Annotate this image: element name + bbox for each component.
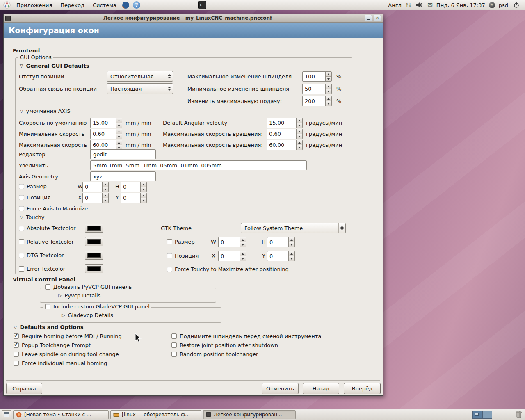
spin-down-button[interactable] [103, 198, 108, 203]
gladevcp-checkbox[interactable] [45, 304, 50, 309]
default-speed-spin[interactable]: 15,00 [90, 118, 122, 128]
axis-size-w-spin[interactable]: 0 [82, 182, 109, 192]
spin-down-button[interactable] [326, 89, 331, 94]
help-button[interactable]: Справка [6, 383, 42, 394]
pyvcp-checkbox[interactable] [45, 284, 50, 290]
axis-defaults-expander[interactable]: ▽ умолчания AXIS [20, 108, 71, 114]
menu-applications[interactable]: Приложения [13, 1, 55, 9]
touchy-position-x-spin[interactable]: 0 [218, 251, 246, 261]
spin-up-button[interactable] [103, 182, 108, 187]
absolute-textcolor-button[interactable] [85, 224, 103, 233]
error-textcolor-button[interactable] [85, 264, 103, 273]
axis-size-h-spin[interactable]: 0 [121, 182, 147, 192]
gladevcp-details-expander[interactable]: ▷ Gladevcp Details [62, 312, 113, 318]
spin-down-button[interactable] [289, 242, 294, 247]
spin-up-button[interactable] [116, 129, 122, 134]
defaults-options-expander[interactable]: ▽ Defaults and Options [14, 324, 84, 330]
spin-up-button[interactable] [141, 193, 146, 198]
clock[interactable]: Пнд, 6 Янв, 17:37 [436, 2, 485, 8]
raise-spindle-checkbox[interactable] [171, 333, 177, 339]
cancel-button[interactable]: Отменить [262, 383, 299, 394]
spindle-min-spin[interactable]: 50 [302, 84, 332, 94]
spin-down-button[interactable] [297, 134, 302, 139]
relative-textcolor-checkbox[interactable] [19, 239, 24, 244]
spin-up-button[interactable] [289, 251, 294, 256]
spin-up-button[interactable] [240, 251, 246, 256]
spin-down-button[interactable] [116, 134, 122, 139]
spin-up-button[interactable] [326, 84, 331, 89]
spin-down-button[interactable] [326, 76, 331, 81]
touchy-position-checkbox[interactable] [167, 253, 172, 258]
spin-down-button[interactable] [141, 198, 146, 203]
force-touchy-maximize-checkbox[interactable] [167, 267, 172, 272]
spin-up-button[interactable] [240, 237, 246, 242]
touchy-size-h-spin[interactable]: 0 [267, 237, 295, 247]
spin-down-button[interactable] [240, 256, 246, 261]
spin-up-button[interactable] [297, 129, 302, 134]
power-icon[interactable] [512, 0, 521, 9]
workspace-2[interactable] [482, 411, 492, 418]
axis-position-y-spin[interactable]: 0 [121, 193, 147, 203]
mail-icon[interactable]: ✉ [427, 1, 433, 9]
keyboard-switch-icon[interactable]: ↑↓ [405, 2, 411, 8]
touchy-expander[interactable]: ▽ Touchy [20, 214, 44, 220]
keyboard-layout-indicator[interactable]: Англ [388, 2, 402, 8]
spin-down-button[interactable] [141, 187, 146, 192]
feed-max-spin[interactable]: 200 [302, 96, 332, 106]
dtg-textcolor-button[interactable] [85, 251, 103, 260]
taskbar-item-pncconf[interactable]: Легкое конфигурирован... [203, 410, 296, 419]
touchy-position-y-spin[interactable]: 0 [267, 251, 295, 261]
increments-entry[interactable]: 5mm 1mm .5mm .1mm .05mm .01mm .005mm [90, 160, 307, 170]
spin-down-button[interactable] [240, 242, 246, 247]
dtg-textcolor-checkbox[interactable] [19, 253, 24, 258]
spindle-max-spin[interactable]: 100 [302, 71, 332, 82]
max-angular-1-spin[interactable]: 0,60 [267, 129, 303, 139]
spin-down-button[interactable] [326, 101, 331, 106]
touchy-size-w-spin[interactable]: 0 [218, 237, 246, 247]
trash-icon[interactable] [514, 410, 523, 419]
volume-icon[interactable] [415, 0, 424, 9]
restore-joint-checkbox[interactable] [171, 342, 177, 348]
spin-down-button[interactable] [289, 256, 294, 261]
absolute-textcolor-checkbox[interactable] [19, 226, 24, 231]
back-button[interactable]: Назад [303, 383, 339, 394]
require-homing-checkbox[interactable] [14, 333, 19, 339]
axis-geometry-entry[interactable]: xyz [90, 171, 156, 181]
axis-position-x-spin[interactable]: 0 [82, 193, 109, 203]
spin-up-button[interactable] [297, 140, 302, 145]
axis-size-checkbox[interactable] [19, 184, 24, 189]
force-individual-homing-checkbox[interactable] [14, 361, 19, 366]
spin-up-button[interactable] [326, 96, 331, 101]
spin-up-button[interactable] [297, 118, 302, 123]
editor-entry[interactable]: gedit [90, 149, 156, 159]
gtk-theme-combo[interactable]: Follow System Theme [241, 223, 346, 233]
position-offset-combo[interactable]: Относительная [107, 71, 173, 82]
position-feedback-combo[interactable]: Настоящая [107, 83, 173, 94]
show-desktop-button[interactable] [2, 410, 11, 419]
terminal-launcher-icon[interactable]: >_ [198, 0, 207, 9]
random-toolchanger-checkbox[interactable] [171, 352, 177, 357]
taskbar-item-browser-topic[interactable]: [Новая тема • Станки с ... [13, 410, 109, 419]
spin-down-button[interactable] [297, 123, 302, 128]
menu-system[interactable]: Система [89, 1, 120, 9]
firefox-launcher-icon[interactable] [121, 0, 130, 9]
general-gui-defaults-expander[interactable]: ▽ General GUI Defaults [20, 63, 89, 69]
spin-down-button[interactable] [116, 123, 122, 128]
axis-position-checkbox[interactable] [19, 195, 24, 200]
error-textcolor-checkbox[interactable] [19, 266, 24, 272]
spin-up-button[interactable] [116, 118, 122, 123]
default-angular-spin[interactable]: 15,00 [267, 118, 303, 128]
user-status-icon[interactable]: ✕ [489, 2, 495, 8]
spin-up-button[interactable] [141, 182, 146, 187]
max-angular-2-spin[interactable]: 60,00 [267, 140, 303, 150]
pyvcp-details-expander[interactable]: ▷ Pyvcp Details [58, 292, 100, 299]
spin-up-button[interactable] [326, 72, 331, 76]
spin-down-button[interactable] [297, 145, 302, 150]
touchy-size-checkbox[interactable] [167, 239, 172, 244]
max-speed-spin[interactable]: 60,00 [90, 140, 122, 150]
username[interactable]: psd [499, 2, 508, 8]
spin-up-button[interactable] [103, 193, 108, 198]
spin-up-button[interactable] [289, 237, 294, 242]
workspace-1[interactable] [473, 411, 482, 418]
spin-up-button[interactable] [116, 140, 122, 145]
